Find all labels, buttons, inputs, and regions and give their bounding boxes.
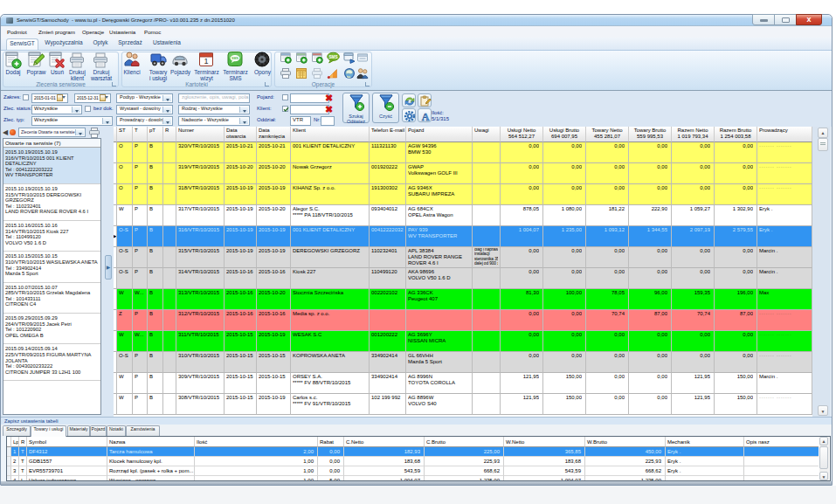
svg-text:SMS: SMS — [329, 55, 338, 59]
svg-text:A: A — [421, 110, 429, 122]
svg-text:SMS: SMS — [231, 57, 238, 60]
svg-text:1: 1 — [204, 57, 208, 66]
